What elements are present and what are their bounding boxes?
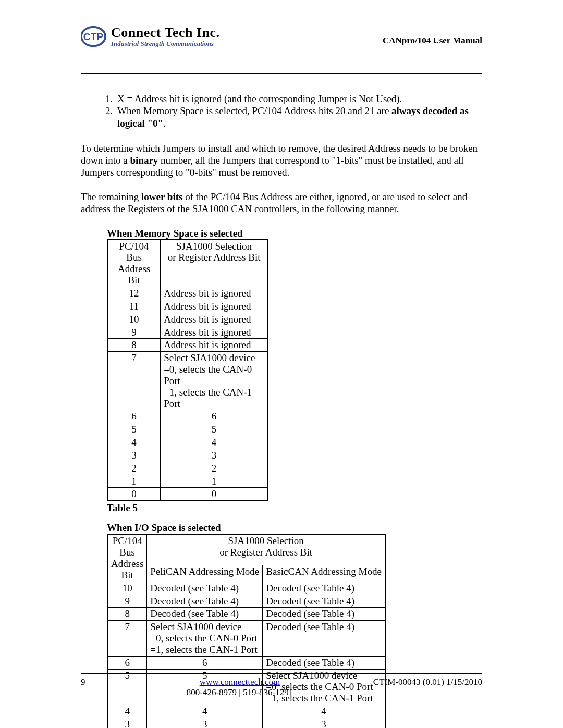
- table6: PC/104 Bus Address Bit SJA1000 Selection…: [107, 534, 386, 728]
- ctp-logo-icon: CTP: [81, 26, 106, 47]
- svg-text:CTP: CTP: [83, 31, 104, 42]
- table5-title: When Memory Space is selected: [107, 228, 482, 239]
- notes-list: X = Address bit is ignored (and the corr…: [102, 93, 482, 130]
- footer-docnum: CTIM-00043 (0.01) 1/15/2010: [357, 677, 482, 687]
- company-name: Connect Tech Inc.: [111, 26, 220, 40]
- page-header: CTP Connect Tech Inc. Industrial Strengt…: [81, 26, 482, 48]
- company-tagline: Industrial Strength Communications: [111, 41, 220, 47]
- note-2: When Memory Space is selected, PC/104 Ad…: [115, 105, 482, 130]
- page-number: 9: [81, 677, 123, 687]
- table6-title: When I/O Space is selected: [107, 522, 482, 534]
- footer-url-link[interactable]: www.connecttech.com: [200, 677, 280, 687]
- table5-caption: Table 5: [107, 502, 482, 514]
- footer-phones: 800-426-8979 | 519-836-1291: [123, 687, 357, 698]
- paragraph-1: To determine which Jumpers to install an…: [81, 142, 482, 179]
- paragraph-2: The remaining lower bits of the PC/104 B…: [81, 191, 482, 215]
- logo-block: CTP Connect Tech Inc. Industrial Strengt…: [81, 26, 220, 47]
- page-footer: 9 www.connecttech.com CTIM-00043 (0.01) …: [81, 673, 482, 698]
- document-title: CANpro/104 User Manual: [383, 35, 482, 47]
- table5: PC/104 Bus Address Bit SJA1000 Selection…: [107, 239, 268, 502]
- header-rule: [81, 73, 482, 74]
- note-1: X = Address bit is ignored (and the corr…: [115, 93, 482, 105]
